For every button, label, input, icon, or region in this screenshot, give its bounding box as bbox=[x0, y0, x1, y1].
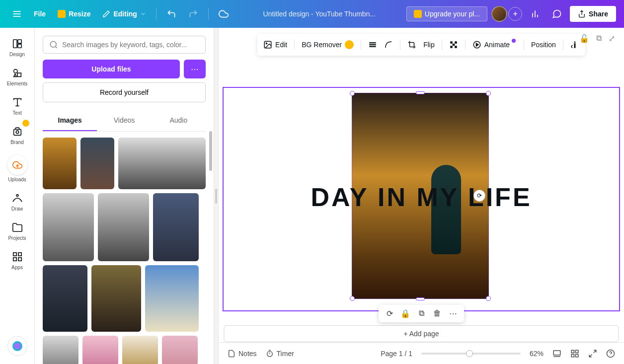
sparkle-icon bbox=[12, 341, 22, 351]
animate-button[interactable]: Animate bbox=[472, 40, 517, 49]
fullscreen-button[interactable] bbox=[588, 349, 597, 358]
notes-button[interactable]: Notes bbox=[228, 350, 257, 358]
duplicate-icon[interactable]: ⧉ bbox=[596, 34, 602, 43]
transparency-button[interactable] bbox=[449, 40, 458, 49]
resize-handle[interactable] bbox=[350, 91, 355, 96]
undo-button[interactable] bbox=[162, 5, 180, 23]
gallery-thumb[interactable] bbox=[82, 336, 118, 364]
gallery-thumb[interactable] bbox=[43, 193, 94, 261]
share-button[interactable]: Share bbox=[570, 6, 616, 22]
view-grid-button[interactable] bbox=[552, 349, 561, 358]
timer-button[interactable]: Timer bbox=[266, 350, 294, 358]
menu-button[interactable] bbox=[8, 5, 26, 23]
top-bar: File Resize Editing Untitled design - Yo… bbox=[0, 0, 624, 28]
gallery-thumb[interactable] bbox=[118, 138, 206, 189]
comment-button[interactable] bbox=[548, 5, 566, 23]
document-title[interactable]: Untitled design - YouTube Thumbn... bbox=[236, 10, 402, 18]
gallery-thumb[interactable] bbox=[43, 336, 78, 364]
add-page-button[interactable]: + Add page bbox=[224, 325, 619, 342]
redo-button[interactable] bbox=[184, 5, 202, 23]
copy-button[interactable]: ⧉ bbox=[416, 309, 426, 318]
zoom-value[interactable]: 62% bbox=[530, 350, 544, 358]
gallery-thumb[interactable] bbox=[43, 265, 87, 332]
resize-handle[interactable] bbox=[416, 91, 425, 94]
rail-draw[interactable]: Draw bbox=[2, 188, 32, 216]
gallery-thumb[interactable] bbox=[43, 138, 77, 189]
insights-button[interactable] bbox=[526, 5, 544, 23]
new-dot-icon bbox=[512, 39, 516, 43]
zoom-handle[interactable] bbox=[466, 350, 473, 357]
rail-design[interactable]: Design bbox=[2, 34, 32, 61]
lines-button[interactable] bbox=[368, 40, 377, 49]
resize-label: Resize bbox=[69, 10, 90, 18]
panel-collapse-handle[interactable] bbox=[214, 28, 219, 364]
design-page[interactable]: ⟳ DAY IN MY LIFE bbox=[223, 87, 620, 311]
svg-point-36 bbox=[574, 42, 575, 43]
lock-icon[interactable]: 🔓 bbox=[579, 34, 589, 43]
rail-projects[interactable]: Projects bbox=[2, 218, 32, 245]
delete-button[interactable]: 🗑 bbox=[432, 309, 442, 318]
more-info-button[interactable] bbox=[570, 40, 579, 49]
upload-more-button[interactable]: ⋯ bbox=[184, 60, 206, 78]
svg-rect-20 bbox=[13, 258, 16, 261]
rail-text[interactable]: Text bbox=[2, 92, 32, 120]
lock-button[interactable]: 🔒 bbox=[400, 309, 410, 318]
flip-button[interactable]: Flip bbox=[423, 41, 435, 49]
tab-videos[interactable]: Videos bbox=[97, 111, 151, 131]
brand-icon bbox=[11, 126, 23, 138]
cloud-sync-icon[interactable] bbox=[215, 5, 233, 23]
rail-apps[interactable]: Apps bbox=[2, 247, 32, 274]
resize-handle[interactable] bbox=[486, 296, 491, 301]
gallery-thumb[interactable] bbox=[122, 336, 158, 364]
svg-point-22 bbox=[50, 41, 56, 47]
gallery-thumb[interactable] bbox=[98, 193, 149, 261]
canvas-text[interactable]: DAY IN MY LIFE bbox=[224, 182, 619, 212]
panel-scrollbar[interactable] bbox=[209, 131, 212, 171]
add-member-button[interactable]: + bbox=[508, 7, 522, 21]
rail-elements[interactable]: Elements bbox=[2, 63, 32, 90]
user-avatar[interactable] bbox=[491, 6, 507, 22]
help-button[interactable] bbox=[606, 349, 615, 358]
canvas-stage[interactable]: ⟳ DAY IN MY LIFE bbox=[219, 56, 624, 342]
rail-uploads[interactable]: Uploads bbox=[2, 151, 32, 186]
edit-image-button[interactable]: Edit bbox=[263, 40, 287, 49]
uploads-panel: Upload files ⋯ Record yourself Images Vi… bbox=[35, 28, 214, 364]
svg-rect-45 bbox=[571, 354, 574, 357]
position-button[interactable]: Position bbox=[531, 41, 556, 49]
magic-button[interactable] bbox=[7, 336, 27, 356]
zoom-slider[interactable] bbox=[421, 353, 521, 355]
view-thumbs-button[interactable] bbox=[570, 349, 579, 358]
editing-dropdown[interactable]: Editing bbox=[98, 7, 150, 21]
image-icon bbox=[263, 40, 272, 49]
svg-rect-19 bbox=[18, 253, 21, 256]
resize-handle[interactable] bbox=[350, 296, 355, 301]
more-button[interactable]: ⋯ bbox=[448, 309, 458, 318]
regen-button[interactable]: ⟳ bbox=[385, 309, 394, 318]
resize-handle[interactable] bbox=[416, 297, 425, 300]
resize-button[interactable]: Resize bbox=[54, 7, 94, 21]
gallery-thumb[interactable] bbox=[91, 265, 141, 332]
svg-point-25 bbox=[266, 43, 267, 44]
gallery-thumb[interactable] bbox=[80, 138, 114, 189]
record-yourself-button[interactable]: Record yourself bbox=[43, 82, 206, 102]
gallery-thumb[interactable] bbox=[162, 336, 198, 364]
svg-line-48 bbox=[589, 354, 592, 357]
gallery-thumb[interactable] bbox=[145, 265, 199, 332]
tab-audio[interactable]: Audio bbox=[152, 111, 206, 131]
rail-brand[interactable]: Brand bbox=[2, 122, 32, 149]
upgrade-button[interactable]: Upgrade your pl... bbox=[406, 6, 487, 21]
file-menu[interactable]: File bbox=[30, 7, 50, 21]
crop-button[interactable] bbox=[407, 40, 416, 49]
search-input[interactable] bbox=[62, 41, 199, 49]
upload-files-button[interactable]: Upload files bbox=[43, 60, 180, 78]
bg-remover-button[interactable]: BG Remover bbox=[302, 40, 354, 49]
gallery-thumb[interactable] bbox=[153, 193, 199, 261]
search-bar[interactable] bbox=[43, 36, 206, 54]
corner-button[interactable] bbox=[384, 40, 393, 49]
svg-rect-11 bbox=[17, 73, 21, 76]
expand-icon[interactable]: ⤢ bbox=[609, 34, 615, 43]
svg-rect-31 bbox=[452, 44, 455, 46]
svg-line-23 bbox=[55, 46, 57, 48]
resize-handle[interactable] bbox=[486, 91, 491, 96]
tab-images[interactable]: Images bbox=[43, 111, 97, 131]
